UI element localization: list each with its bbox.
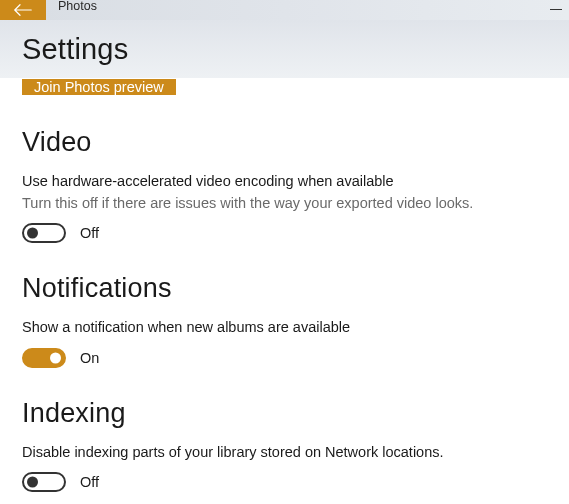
video-toggle-row: Off	[22, 223, 547, 243]
back-button[interactable]	[0, 0, 46, 20]
minimize-icon	[550, 9, 562, 10]
arrow-left-icon	[14, 3, 32, 17]
notifications-toggle[interactable]	[22, 348, 66, 368]
toggle-knob	[50, 352, 61, 363]
toggle-knob	[27, 228, 38, 239]
indexing-toggle[interactable]	[22, 472, 66, 492]
section-heading-indexing: Indexing	[22, 398, 547, 429]
indexing-setting-title: Disable indexing parts of your library s…	[22, 443, 547, 463]
video-toggle[interactable]	[22, 223, 66, 243]
titlebar: Photos	[0, 0, 569, 20]
indexing-toggle-state: Off	[80, 474, 99, 490]
video-setting-title: Use hardware-accelerated video encoding …	[22, 172, 547, 192]
section-heading-video: Video	[22, 127, 547, 158]
page-title: Settings	[22, 33, 128, 66]
indexing-toggle-row: Off	[22, 472, 547, 492]
video-toggle-state: Off	[80, 225, 99, 241]
app-title: Photos	[46, 0, 97, 13]
page-header: Settings	[0, 20, 569, 78]
notifications-setting-title: Show a notification when new albums are …	[22, 318, 547, 338]
toggle-knob	[27, 477, 38, 488]
settings-content: Join Photos preview Video Use hardware-a…	[0, 78, 569, 492]
video-setting-subtitle: Turn this off if there are issues with t…	[22, 194, 547, 214]
section-heading-notifications: Notifications	[22, 273, 547, 304]
notifications-toggle-row: On	[22, 348, 547, 368]
minimize-button[interactable]	[549, 2, 563, 16]
join-preview-button[interactable]: Join Photos preview	[22, 79, 176, 95]
notifications-toggle-state: On	[80, 350, 99, 366]
